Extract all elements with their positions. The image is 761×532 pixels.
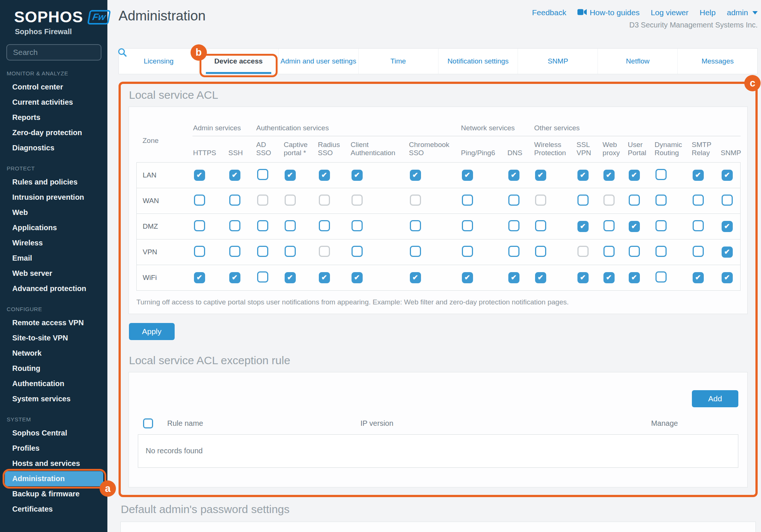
checkbox-vpn-smtp-relay[interactable]: [693, 246, 704, 257]
sidebar-item-advanced-protection[interactable]: Advanced protection: [0, 281, 107, 296]
sidebar-item-current-activities[interactable]: Current activities: [0, 95, 107, 110]
checkbox-wifi-ping-ping6[interactable]: [462, 272, 473, 283]
checkbox-lan-ad-sso[interactable]: [257, 169, 268, 180]
checkbox-wifi-user-portal[interactable]: [629, 272, 640, 283]
sidebar-item-backup-firmware[interactable]: Backup & firmware: [0, 486, 107, 502]
checkbox-dmz-ad-sso[interactable]: [257, 220, 268, 231]
checkbox-wifi-smtp-relay[interactable]: [693, 272, 704, 283]
header-link-help[interactable]: Help: [700, 8, 716, 17]
add-button[interactable]: Add: [692, 390, 738, 407]
tab-notification-settings[interactable]: Notification settings: [438, 49, 518, 74]
checkbox-wifi-wireless-protection[interactable]: [535, 272, 546, 283]
tab-time[interactable]: Time: [358, 49, 438, 74]
apply-button[interactable]: Apply: [129, 323, 175, 340]
tab-netflow[interactable]: Netflow: [598, 49, 677, 74]
sidebar-item-certificates[interactable]: Certificates: [0, 502, 107, 517]
checkbox-vpn-captive-portal[interactable]: [285, 246, 296, 257]
checkbox-dmz-dns[interactable]: [508, 220, 519, 231]
checkbox-lan-dynamic-routing[interactable]: [655, 169, 667, 180]
checkbox-lan-web-proxy[interactable]: [603, 170, 615, 181]
checkbox-lan-snmp[interactable]: [722, 170, 733, 181]
checkbox-wifi-client-authentication[interactable]: [352, 272, 363, 283]
checkbox-vpn-wireless-protection[interactable]: [535, 246, 546, 257]
sidebar-item-web-server[interactable]: Web server: [0, 266, 107, 281]
sidebar-search[interactable]: [6, 44, 101, 61]
checkbox-vpn-user-portal[interactable]: [629, 246, 640, 257]
checkbox-vpn-https[interactable]: [194, 246, 205, 257]
checkbox-vpn-client-authentication[interactable]: [352, 246, 363, 257]
checkbox-vpn-dynamic-routing[interactable]: [655, 246, 667, 257]
checkbox-wan-https[interactable]: [194, 195, 205, 206]
checkbox-wan-dynamic-routing[interactable]: [655, 195, 667, 206]
checkbox-vpn-snmp[interactable]: [722, 247, 733, 258]
checkbox-wifi-ad-sso[interactable]: [257, 271, 268, 283]
sidebar-item-site-to-site-vpn[interactable]: Site-to-site VPN: [0, 330, 107, 346]
sidebar-item-system-services[interactable]: System services: [0, 391, 107, 407]
sidebar-item-email[interactable]: Email: [0, 251, 107, 266]
header-link-feedback[interactable]: Feedback: [532, 8, 566, 17]
checkbox-lan-radius-sso[interactable]: [319, 170, 330, 181]
sidebar-item-authentication[interactable]: Authentication: [0, 376, 107, 391]
checkbox-dmz-ssl-vpn[interactable]: [577, 221, 589, 232]
checkbox-lan-ping-ping6[interactable]: [462, 170, 473, 181]
checkbox-vpn-chromebook-sso[interactable]: [410, 246, 421, 257]
checkbox-wan-user-portal[interactable]: [629, 195, 640, 206]
checkbox-lan-chromebook-sso[interactable]: [410, 170, 421, 181]
checkbox-wifi-ssl-vpn[interactable]: [577, 272, 589, 283]
checkbox-vpn-web-proxy[interactable]: [603, 246, 615, 257]
checkbox-wifi-snmp[interactable]: [722, 272, 733, 283]
checkbox-wifi-radius-sso[interactable]: [319, 272, 330, 283]
checkbox-lan-https[interactable]: [194, 170, 205, 181]
admin-user-menu[interactable]: admin: [727, 8, 758, 17]
checkbox-wan-ssh[interactable]: [229, 195, 240, 206]
checkbox-vpn-dns[interactable]: [508, 246, 519, 257]
checkbox-dmz-ping-ping6[interactable]: [462, 220, 473, 231]
tab-messages[interactable]: Messages: [677, 49, 757, 74]
checkbox-lan-captive-portal[interactable]: [285, 170, 296, 181]
checkbox-wifi-chromebook-sso[interactable]: [410, 272, 421, 283]
checkbox-wifi-ssh[interactable]: [229, 272, 240, 283]
checkbox-lan-ssh[interactable]: [229, 170, 240, 181]
checkbox-wifi-https[interactable]: [194, 272, 205, 283]
tab-device-access[interactable]: Device access: [198, 49, 278, 74]
sidebar-item-sophos-central[interactable]: Sophos Central: [0, 425, 107, 441]
sidebar-item-zero-day-protection[interactable]: Zero-day protection: [0, 125, 107, 140]
checkbox-dmz-wireless-protection[interactable]: [535, 220, 546, 231]
checkbox-vpn-ssh[interactable]: [229, 246, 240, 257]
checkbox-lan-ssl-vpn[interactable]: [577, 170, 589, 181]
header-link-how-to-guides[interactable]: How-to guides: [577, 8, 639, 17]
sidebar-item-remote-access-vpn[interactable]: Remote access VPN: [0, 315, 107, 330]
select-all-checkbox[interactable]: [143, 418, 153, 428]
tab-snmp[interactable]: SNMP: [518, 49, 598, 74]
sidebar-item-routing[interactable]: Routing: [0, 361, 107, 376]
checkbox-lan-user-portal[interactable]: [629, 170, 640, 181]
checkbox-vpn-ping-ping6[interactable]: [462, 246, 473, 257]
sidebar-item-intrusion-prevention[interactable]: Intrusion prevention: [0, 190, 107, 205]
checkbox-lan-smtp-relay[interactable]: [693, 170, 704, 181]
checkbox-wan-snmp[interactable]: [722, 195, 733, 206]
checkbox-wan-dns[interactable]: [508, 195, 519, 206]
checkbox-dmz-captive-portal[interactable]: [285, 220, 296, 231]
checkbox-wan-ping-ping6[interactable]: [462, 195, 473, 206]
search-input[interactable]: [7, 48, 117, 57]
sidebar-item-rules-and-policies[interactable]: Rules and policies: [0, 174, 107, 190]
checkbox-vpn-ad-sso[interactable]: [257, 246, 268, 257]
checkbox-dmz-chromebook-sso[interactable]: [410, 220, 421, 231]
sidebar-item-administration[interactable]: Administrationa: [5, 471, 103, 486]
checkbox-dmz-radius-sso[interactable]: [319, 220, 330, 231]
sidebar-item-reports[interactable]: Reports: [0, 110, 107, 125]
sidebar-item-hosts-and-services[interactable]: Hosts and services: [0, 456, 107, 471]
checkbox-wifi-web-proxy[interactable]: [603, 272, 615, 283]
header-link-log-viewer[interactable]: Log viewer: [651, 8, 689, 17]
checkbox-wifi-dns[interactable]: [508, 272, 519, 283]
checkbox-lan-client-authentication[interactable]: [352, 170, 363, 181]
checkbox-dmz-ssh[interactable]: [229, 220, 240, 231]
checkbox-dmz-client-authentication[interactable]: [352, 220, 363, 231]
search-icon[interactable]: [117, 48, 127, 57]
sidebar-item-network[interactable]: Network: [0, 346, 107, 361]
checkbox-dmz-web-proxy[interactable]: [603, 220, 615, 231]
checkbox-wifi-captive-portal[interactable]: [285, 272, 296, 283]
checkbox-dmz-snmp[interactable]: [722, 221, 733, 232]
sidebar-item-control-center[interactable]: Control center: [0, 79, 107, 95]
tab-admin-and-user-settings[interactable]: Admin and user settings: [278, 49, 358, 74]
